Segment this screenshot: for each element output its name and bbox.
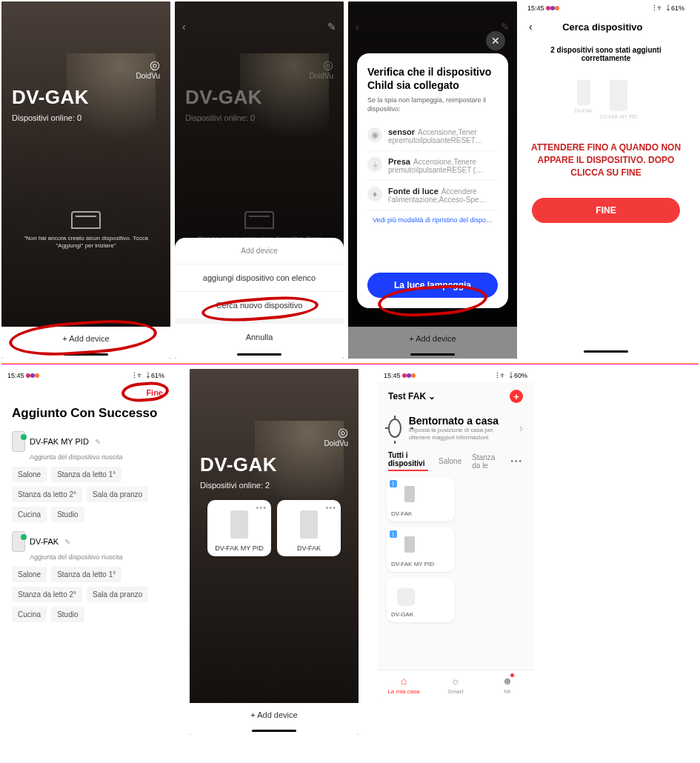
room-title: DV-GAK [12,86,160,109]
bulb-icon: ♦ [367,187,382,201]
online-count: Dispositivi online: 2 [200,481,348,490]
weather-icon [388,419,401,438]
home-device-card[interactable]: ∣DV-FAK MY PID [387,527,455,572]
plug-icon: ⏚ [367,157,382,172]
modal-subtitle: Se la spia non lampeggia, reimpostare il… [367,96,498,113]
fine-button[interactable]: FINE [532,198,680,223]
more-tabs-icon[interactable]: ••• [510,457,523,465]
device-card[interactable]: ••• DV-FAK MY PID [207,500,271,556]
nav-smart[interactable]: ☼Smart [430,670,481,704]
reset-option-plug[interactable]: ⏚PresaAccensione,Tenere premutoilpulsant… [367,151,498,181]
edit-icon[interactable]: ✎ [95,438,101,446]
screen-room-populated: 15:45 ⵗ ᯤ ⏚ 61% ‹✎ ◎DoidVu DV-GAK Dispos… [190,369,359,735]
screen-home: 15:45 ⵗ ᯤ ⏚ 60% Test FAK ⌄ + Bentornato … [378,369,533,704]
sheet-title: Add device [175,238,344,264]
room-tag[interactable]: Stanza da letto 1° [51,467,121,482]
found-devices: DV-FAK DV-FAK MY PID [521,80,690,119]
wait-instruction: ATTENDERE FINO A QUANDO NON APPARE IL DI… [530,141,681,179]
success-heading: Aggiunto Con Successo [1,403,170,427]
light-blinking-button[interactable]: La luce lampeggia [367,273,498,298]
add-device-button[interactable]: + Add device [190,703,359,727]
room-tag[interactable]: Salone [12,467,47,482]
add-button[interactable]: + [510,390,523,403]
screen-added-success: 15:45 ⵗ ᯤ ⏚ 61% Fine Aggiunto Con Succes… [1,369,170,711]
home-selector[interactable]: Test FAK ⌄ [388,391,436,402]
tab-all[interactable]: Tutti i dispositivi [388,451,428,471]
home-icon: ⌂ [378,675,430,687]
brand-logo: ◎DoidVu [136,58,160,80]
modal-title: Verifica che il dispositivo Child sia co… [367,65,498,92]
room-tag[interactable]: Sala da pranzo [87,487,148,502]
bottom-nav: ⌂La mia casa ☼Smart ☻Mi [378,670,533,704]
welcome-subtitle: Imposta la posizione di casa per ottener… [409,427,512,441]
tab-room[interactable]: Stanza da le [472,453,500,470]
room-tag[interactable]: Studio [51,607,84,622]
device-label: DV-FAK [281,544,336,552]
add-device-button[interactable]: + Add device [1,327,170,350]
page-title: Cerca dispositivo [533,21,673,33]
room-tag[interactable]: Sala da pranzo [87,587,148,602]
more-icon[interactable]: ••• [325,503,336,512]
screen-add-sheet: 15:45 ⵗ ᯤ ⏚ 61% ‹✎ ◎DoidVu DV-GAK Dispos… [175,1,344,359]
reset-option-sensor[interactable]: ◉sensorAccensione,Tener epremutoilpulsan… [367,121,498,151]
user-icon: ☻ [481,675,533,687]
room-tag[interactable]: Salone [12,567,47,582]
room-tag[interactable]: Stanza da letto 2° [12,587,82,602]
device-entry: DV-FAK✎ Aggiunta del dispositivo riuscit… [1,527,170,627]
chevron-down-icon: ⌄ [428,391,436,402]
empty-illustration [71,211,101,229]
device-image [300,510,318,539]
more-reset-link[interactable]: Vedi più modalità di ripristino del disp… [367,216,498,224]
room-tag[interactable]: Stanza da letto 1° [51,567,121,582]
online-count: Dispositivi online: 0 [12,113,160,122]
device-status: Aggiunta del dispositivo riuscita [30,453,160,461]
tab-room[interactable]: Salone [439,457,461,465]
room-tag[interactable]: Stanza da letto 2° [12,487,82,502]
sheet-option-list[interactable]: aggiungi dispositivo con elenco [175,264,344,292]
room-tag[interactable]: Studio [51,507,84,522]
device-image [230,510,248,539]
device-thumb [12,431,25,452]
nav-home[interactable]: ⌂La mia casa [378,670,430,704]
edit-icon[interactable]: ✎ [64,538,70,546]
sensor-icon: ◉ [367,127,382,142]
device-name: DV-FAK MY PID [30,437,89,446]
device-status: Aggiunta del dispositivo riuscita [30,553,160,561]
fine-link[interactable]: Fine [146,388,163,397]
welcome-title: Bentornato a casa [409,415,512,427]
verify-modal: Verifica che il dispositivo Child sia co… [357,53,508,308]
close-icon[interactable]: ✕ [486,31,505,50]
screen-search-device: 15:45 ⵗ ᯤ ⏚ 61% ‹ Cerca dispositivo 2 di… [521,1,690,359]
more-icon[interactable]: ••• [256,503,267,512]
device-entry: DV-FAK MY PID✎ Aggiunta del dispositivo … [1,427,170,527]
screen-room-empty: 15:44 ⵗ ᯤ ⏚ 61% ‹ ✎ ◎DoidVu DV-GAK Dispo… [1,1,170,359]
added-success-text: 2 dispositivi sono stati aggiunti corret… [527,46,684,62]
screen-verify-modal: 15:45 ⵗ ᯤ ⏚ 61% ‹✎ ✕ Verifica che il dis… [348,1,517,359]
nav-profile[interactable]: ☻Mi [481,670,533,704]
empty-text: "Non hai ancora creato alcun dispositivo… [19,235,153,250]
device-card[interactable]: ••• DV-FAK [277,500,341,556]
room-tabs: Tutti i dispositivi Salone Stanza da le … [378,448,533,477]
room-tag[interactable]: Cucina [12,507,47,522]
device-thumb [12,531,25,552]
home-device-card[interactable]: ∣DV-FAK [387,477,455,522]
action-sheet: Add device aggiungi dispositivo con elen… [175,238,344,359]
device-name: DV-FAK [30,537,59,546]
chevron-right-icon[interactable]: › [519,422,523,435]
sheet-option-search[interactable]: Cerca nuovo dispositivo [175,292,344,319]
room-tag[interactable]: Cucina [12,607,47,622]
sun-icon: ☼ [430,675,481,687]
sheet-cancel[interactable]: Annulla [175,319,344,350]
home-device-card[interactable]: DV-GAK [387,578,455,622]
reset-option-light[interactable]: ♦Fonte di luceAccendere l'alimentazione,… [367,181,498,210]
device-label: DV-FAK MY PID [212,544,267,552]
